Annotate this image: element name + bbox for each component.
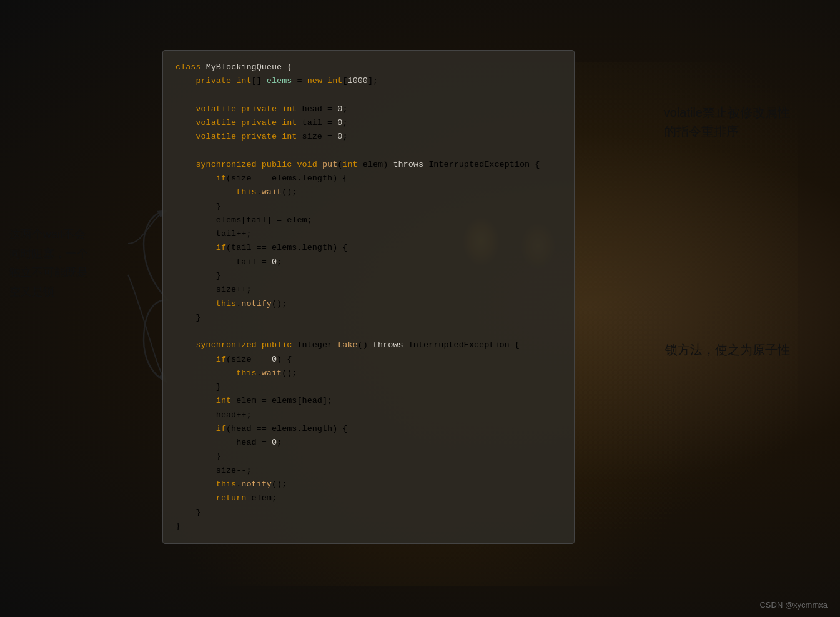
code-line-24: }: [175, 380, 561, 394]
code-line-25: int elem = elems[head];: [175, 394, 561, 408]
code-line-14: if(tail == elems.length) {: [175, 241, 561, 255]
code-line-26: head++;: [175, 408, 561, 422]
annotation-volatile-text: volatile禁止被修改属性的指令重排序: [664, 106, 790, 138]
code-line-10: this.wait();: [175, 185, 561, 199]
code-line-2: private int[] elems = new int[1000];: [175, 74, 561, 88]
code-line-20: [175, 325, 561, 338]
code-line-32: return elem;: [175, 491, 561, 505]
code-line-3: [175, 89, 561, 102]
annotation-lock-text: 锁方法，使之为原子性: [665, 343, 790, 357]
code-line-33: }: [175, 506, 561, 520]
watermark-text: CSDN @xycmmxa: [759, 600, 828, 610]
code-line-31: this.notify();: [175, 478, 561, 491]
code-line-19: }: [175, 311, 561, 325]
code-line-7: [175, 144, 561, 158]
annotation-lock: 锁方法，使之为原子性: [665, 340, 790, 359]
code-line-13: tail++;: [175, 227, 561, 241]
code-line-1: class MyBlockingQueue {: [175, 61, 561, 74]
code-line-22: if(size == 0) {: [175, 353, 561, 367]
code-line-16: }: [175, 269, 561, 283]
code-line-12: elems[tail] = elem;: [175, 214, 561, 227]
code-line-5: volatile private int tail = 0;: [175, 116, 561, 130]
code-block: class MyBlockingQueue { private int[] el…: [162, 50, 575, 544]
watermark: CSDN @xycmmxa: [759, 600, 828, 610]
code-line-17: size++;: [175, 283, 561, 297]
annotation-volatile: volatile禁止被修改属性的指令重排序: [664, 103, 790, 141]
code-line-28: head = 0;: [175, 436, 561, 450]
code-line-23: this.wait();: [175, 367, 561, 380]
code-line-8: synchronized public void put(int elem) t…: [175, 158, 561, 172]
code-line-11: }: [175, 200, 561, 214]
code-line-29: }: [175, 450, 561, 463]
code-line-21: synchronized public Integer take() throw…: [175, 338, 561, 352]
code-line-18: this.notify();: [175, 297, 561, 311]
code-line-34: }: [175, 520, 561, 533]
code-line-4: volatile private int head = 0;: [175, 102, 561, 116]
code-line-30: size--;: [175, 464, 561, 478]
code-line-15: tail = 0;: [175, 255, 561, 269]
code-line-6: volatile private int size = 0;: [175, 130, 561, 144]
code-line-27: if(head == elems.length) {: [175, 422, 561, 436]
annotation-wait: 这两个wait不会同时阻塞，一个独立不可能既是空又是锁: [9, 225, 88, 301]
annotation-wait-text: 这两个wait不会同时阻塞，一个独立不可能既是空又是锁: [9, 228, 88, 298]
code-line-9: if(size == elems.length) {: [175, 172, 561, 185]
